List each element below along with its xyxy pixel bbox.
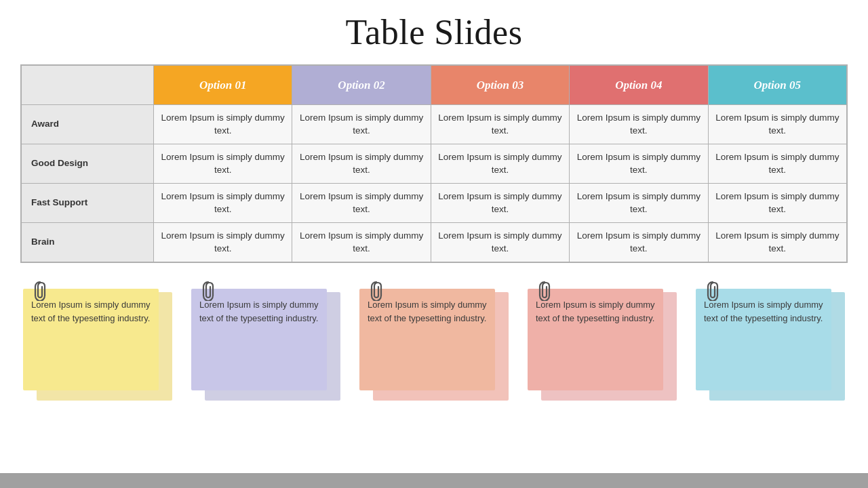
header-cell-opt1: Option 01 [154, 66, 292, 105]
paperclip-icon-5 [707, 281, 719, 305]
row-label-2: Fast Support [22, 184, 154, 223]
table-row: Good DesignLorem Ipsum is simply dummy t… [22, 144, 847, 184]
page-title: Table Slides [346, 12, 523, 52]
note-2: Lorem Ipsum is simply dummy text of the … [191, 275, 340, 401]
table-row: BrainLorem Ipsum is simply dummy text.Lo… [22, 223, 847, 262]
table-cell-r3-c3: Lorem Ipsum is simply dummy text. [570, 223, 708, 262]
table-row: AwardLorem Ipsum is simply dummy text.Lo… [22, 105, 847, 144]
row-label-3: Brain [22, 223, 154, 262]
table-row: Fast SupportLorem Ipsum is simply dummy … [22, 184, 847, 223]
main-table: Option 01 Option 02 Option 03 Option 04 … [21, 65, 847, 262]
table-cell-r1-c4: Lorem Ipsum is simply dummy text. [708, 144, 846, 184]
slide: Table Slides Option 01 Option 02 Option … [0, 0, 868, 488]
table-cell-r2-c1: Lorem Ipsum is simply dummy text. [292, 184, 431, 223]
paperclip-icon-3 [370, 281, 382, 305]
table-cell-r2-c4: Lorem Ipsum is simply dummy text. [708, 184, 846, 223]
table-cell-r0-c2: Lorem Ipsum is simply dummy text. [431, 105, 569, 144]
note-3: Lorem Ipsum is simply dummy text of the … [359, 275, 509, 401]
table-cell-r0-c4: Lorem Ipsum is simply dummy text. [708, 105, 846, 144]
table-cell-r2-c2: Lorem Ipsum is simply dummy text. [431, 184, 569, 223]
table-cell-r1-c0: Lorem Ipsum is simply dummy text. [154, 144, 292, 184]
paperclip-icon-4 [538, 281, 551, 305]
header-cell-label [22, 66, 154, 105]
row-label-0: Award [22, 105, 154, 144]
note-1: Lorem Ipsum is simply dummy text of the … [23, 275, 172, 401]
table-cell-r0-c0: Lorem Ipsum is simply dummy text. [154, 105, 292, 144]
note-4: Lorem Ipsum is simply dummy text of the … [528, 275, 677, 401]
table-cell-r0-c1: Lorem Ipsum is simply dummy text. [292, 105, 431, 144]
table-header-row: Option 01 Option 02 Option 03 Option 04 … [22, 66, 847, 105]
table-cell-r0-c3: Lorem Ipsum is simply dummy text. [570, 105, 708, 144]
header-cell-opt2: Option 02 [292, 66, 431, 105]
paperclip-icon-2 [202, 281, 214, 305]
paperclip-icon-1 [34, 281, 46, 305]
table-cell-r1-c3: Lorem Ipsum is simply dummy text. [570, 144, 708, 184]
table-cell-r2-c3: Lorem Ipsum is simply dummy text. [570, 184, 708, 223]
note-5: Lorem Ipsum is simply dummy text of the … [696, 275, 845, 401]
table-body: AwardLorem Ipsum is simply dummy text.Lo… [22, 105, 847, 262]
notes-section: Lorem Ipsum is simply dummy text of the … [20, 275, 848, 401]
table-cell-r1-c1: Lorem Ipsum is simply dummy text. [292, 144, 431, 184]
row-label-1: Good Design [22, 144, 154, 184]
table-cell-r3-c0: Lorem Ipsum is simply dummy text. [154, 223, 292, 262]
header-cell-opt4: Option 04 [570, 66, 708, 105]
table-cell-r2-c0: Lorem Ipsum is simply dummy text. [154, 184, 292, 223]
table-cell-r1-c2: Lorem Ipsum is simply dummy text. [431, 144, 569, 184]
header-cell-opt3: Option 03 [431, 66, 569, 105]
table-cell-r3-c1: Lorem Ipsum is simply dummy text. [292, 223, 431, 262]
table-cell-r3-c2: Lorem Ipsum is simply dummy text. [431, 223, 569, 262]
table-cell-r3-c4: Lorem Ipsum is simply dummy text. [708, 223, 846, 262]
header-cell-opt5: Option 05 [708, 66, 846, 105]
bottom-bar [0, 473, 868, 488]
table-wrapper: Option 01 Option 02 Option 03 Option 04 … [20, 64, 848, 263]
